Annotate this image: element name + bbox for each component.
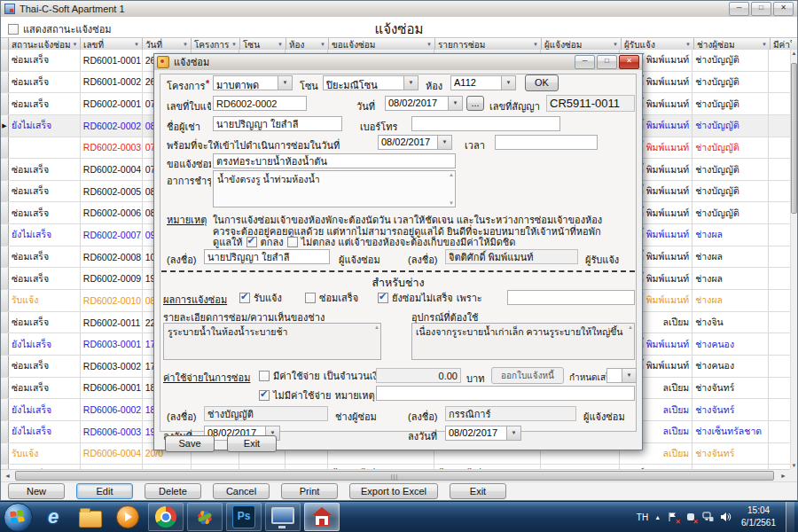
because-input[interactable] (507, 290, 635, 305)
reporter2-sign-date-select[interactable]: 08/02/2017▼ (445, 426, 521, 441)
scroll-left-icon[interactable]: ◄ (1, 470, 14, 481)
received-checkbox[interactable] (239, 293, 250, 303)
detail-textarea[interactable]: รูระบายน้ำในห้องน้ำระบายช้า ▲ (163, 323, 381, 360)
column-header[interactable]: โซน▼ (240, 38, 286, 51)
request-input[interactable] (213, 153, 456, 168)
photoshop-icon[interactable]: Ps (226, 503, 262, 531)
filter-funnel-icon[interactable]: ▼ (320, 42, 325, 47)
column-header[interactable]: ขอแจ้งซ่อม▼ (329, 38, 435, 51)
has-cost-checkbox[interactable] (259, 371, 270, 381)
tenant-input[interactable] (213, 116, 342, 131)
scroll-right-icon[interactable]: ► (777, 470, 790, 481)
dialog-close-icon[interactable]: ✕ (619, 55, 639, 69)
close-icon[interactable]: ✕ (773, 2, 794, 16)
equipment-textarea[interactable]: เนื่องจากรูระบายน้ำเก่าเล็ก ควานรูระบายใ… (411, 323, 635, 360)
dialog-titlebar[interactable]: แจ้งซ่อม ─ □ ✕ (154, 54, 642, 71)
column-header[interactable]: มีค่าใช้จ่าย▼ (771, 38, 792, 51)
horizontal-scrollbar[interactable]: ◄ ||| ► (1, 469, 790, 481)
network-icon[interactable] (702, 512, 714, 523)
chrome-icon[interactable] (148, 503, 184, 531)
reporter-sign-input[interactable] (204, 249, 330, 264)
my-computer-icon[interactable] (265, 503, 301, 531)
symptom-label: อาการชำรุด (167, 173, 211, 189)
media-player-icon[interactable] (111, 504, 145, 530)
dialog-maximize-icon[interactable]: □ (597, 55, 617, 69)
footer-button-print[interactable]: Print (281, 483, 338, 499)
column-header[interactable]: ห้อง▼ (286, 38, 329, 51)
vertical-scrollbar[interactable]: ▲ ▼ (790, 50, 797, 469)
table-cell: RD6006-0003 (81, 421, 143, 442)
show-desktop-button[interactable] (786, 502, 794, 532)
browse-button[interactable]: ... (466, 96, 484, 111)
language-indicator[interactable]: TH (637, 512, 648, 522)
exit-button[interactable]: Exit (227, 435, 277, 452)
column-header[interactable]: สถานะแจ้งซ่อม▼ (9, 38, 81, 51)
footer-button-edit[interactable]: Edit (76, 483, 133, 499)
save-button[interactable]: Save (165, 435, 215, 452)
filter-funnel-icon[interactable]: ▼ (231, 42, 237, 47)
date-select[interactable]: 08/02/2017▼ (385, 96, 463, 111)
notdone-checkbox[interactable] (378, 293, 388, 303)
apartment-app-icon[interactable] (304, 503, 340, 531)
invoice-button[interactable]: ออกใบแจ้งหนี้ (491, 367, 564, 384)
internet-explorer-icon[interactable]: e (36, 504, 70, 530)
ok-button[interactable]: OK (525, 74, 559, 91)
photo-viewer-icon[interactable] (187, 503, 223, 531)
footer-button-new[interactable]: New (8, 483, 65, 499)
maximize-icon[interactable]: □ (751, 2, 771, 16)
vertical-scroll-thumb[interactable] (791, 63, 797, 214)
filter-funnel-icon[interactable]: ▼ (278, 42, 283, 47)
done-checkbox[interactable] (305, 293, 316, 303)
technician-sign-input[interactable] (204, 406, 328, 421)
ready-date-select[interactable]: 08/02/2017▼ (378, 135, 452, 150)
filter-funnel-icon[interactable]: ▼ (426, 42, 432, 47)
minimize-icon[interactable]: ─ (729, 2, 749, 16)
horizontal-scroll-thumb[interactable]: ||| (15, 471, 774, 481)
zone-select[interactable]: ปิยะมณีโซน▼ (323, 75, 419, 90)
scroll-up-icon[interactable]: ▲ (791, 51, 797, 56)
filter-funnel-icon[interactable]: ▼ (183, 42, 188, 47)
dialog-minimize-icon[interactable]: ─ (575, 55, 595, 69)
cost-note-input[interactable] (376, 386, 635, 401)
due-select[interactable]: ▼ (606, 368, 637, 383)
footer-button-delete[interactable]: Delete (145, 483, 201, 499)
doc-no-input[interactable] (213, 96, 307, 111)
filter-funnel-icon[interactable]: ▼ (134, 42, 139, 47)
footer-button-export-to-excel[interactable]: Export to Excel (349, 483, 438, 499)
filter-funnel-icon[interactable]: ▼ (762, 42, 767, 47)
footer-button-exit[interactable]: Exit (450, 483, 506, 499)
column-header[interactable]: เลขที่▼ (81, 38, 143, 51)
column-header[interactable]: ผู้รับแจ้ง▼ (622, 38, 694, 51)
action-center-flag-icon[interactable]: ✕ (667, 512, 678, 523)
hidden-icons-icon[interactable]: ▲ (654, 514, 661, 520)
agree-checkbox[interactable] (246, 237, 257, 247)
disagree-checkbox[interactable] (287, 237, 298, 247)
column-header[interactable]: วันที่▼ (143, 38, 192, 51)
column-header[interactable]: ผู้แจ้งซ่อม▼ (542, 38, 622, 51)
no-cost-checkbox[interactable] (259, 390, 270, 401)
column-header[interactable]: โครงการ▼ (192, 38, 240, 51)
room-select[interactable]: A112▼ (450, 75, 516, 90)
column-header[interactable]: รายการซ่อม▼ (435, 38, 542, 51)
symptom-textarea[interactable]: น้ำขังตรงรู น้ำท่วมห้องน้ำ ▲ ▼ (213, 170, 456, 207)
filter-funnel-icon[interactable]: ▼ (685, 42, 691, 47)
amount-input[interactable] (376, 368, 461, 383)
filter-funnel-icon[interactable]: ▼ (73, 42, 78, 47)
project-select[interactable]: มาบตาพุด▼ (213, 75, 293, 90)
filter-funnel-icon[interactable]: ▼ (533, 42, 538, 47)
start-button[interactable] (4, 503, 33, 532)
phone-input[interactable] (411, 116, 560, 131)
volume-icon[interactable] (720, 512, 732, 523)
receiver-sign-input[interactable] (445, 249, 578, 264)
file-explorer-icon[interactable] (74, 504, 107, 530)
scroll-down-icon[interactable]: ▼ (791, 463, 797, 468)
reporter2-sign-input[interactable] (445, 406, 576, 421)
footer-button-cancel[interactable]: Cancel (213, 483, 270, 499)
device-status-icon[interactable]: ✕ (685, 512, 696, 523)
time-input[interactable] (495, 135, 598, 150)
filter-funnel-icon[interactable]: ▼ (613, 42, 618, 47)
window-titlebar[interactable]: Thai-C-Soft Apartment 1 ─ □ ✕ (1, 1, 797, 18)
contract-input[interactable] (546, 95, 635, 112)
taskbar-clock[interactable]: 15:04 6/1/2561 (738, 505, 779, 530)
column-header[interactable]: ช่างผู้ซ่อม▼ (694, 38, 771, 51)
